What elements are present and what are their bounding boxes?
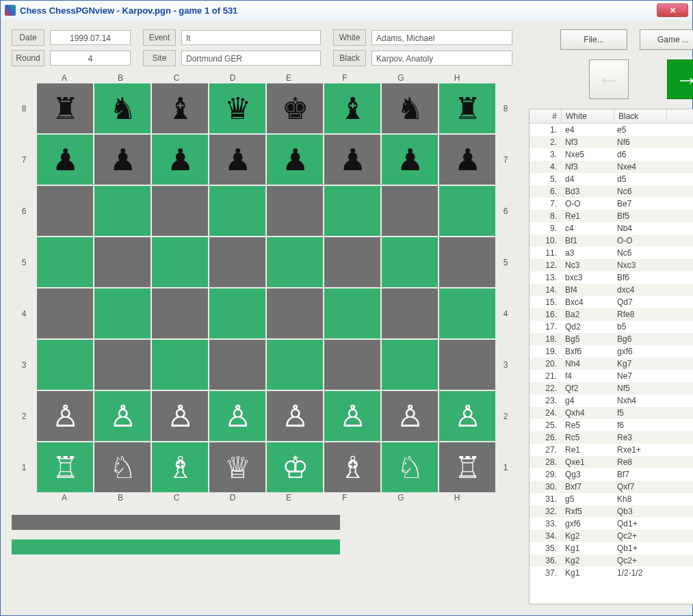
square[interactable] bbox=[37, 186, 93, 236]
white-move[interactable]: Re5 bbox=[561, 419, 613, 431]
white-move[interactable]: bxc3 bbox=[561, 271, 613, 284]
move-row[interactable]: 15.Bxc4Qd7 bbox=[529, 296, 693, 308]
black-move[interactable]: Bf7 bbox=[613, 468, 665, 481]
square[interactable] bbox=[324, 186, 380, 236]
move-row[interactable]: 4.Nf3Nxe4 bbox=[529, 161, 693, 173]
square[interactable]: ♜ bbox=[439, 83, 495, 133]
square[interactable]: ♟ bbox=[382, 135, 438, 185]
move-row[interactable]: 16.Ba2Rfe8 bbox=[529, 308, 693, 321]
white-move[interactable]: gxf6 bbox=[561, 518, 613, 530]
move-row[interactable]: 32.Rxf5Qb3 bbox=[529, 505, 693, 518]
square[interactable] bbox=[94, 289, 151, 338]
white-move[interactable]: e4 bbox=[561, 124, 613, 136]
square[interactable] bbox=[324, 289, 380, 338]
move-row[interactable]: 27.Re1Rxe1+ bbox=[529, 444, 693, 456]
move-row[interactable]: 20.Nh4Kg7 bbox=[529, 358, 693, 370]
black-move[interactable]: d5 bbox=[613, 173, 665, 185]
square[interactable] bbox=[267, 186, 323, 236]
square[interactable] bbox=[439, 289, 495, 338]
move-row[interactable]: 26.Rc5Re3 bbox=[529, 431, 693, 444]
square[interactable] bbox=[267, 340, 323, 390]
white-move[interactable]: Qd2 bbox=[561, 321, 613, 333]
white-move[interactable]: Rc5 bbox=[561, 431, 613, 444]
square[interactable]: ♙ bbox=[152, 391, 208, 441]
file-button[interactable]: File... bbox=[560, 29, 627, 50]
black-move[interactable]: Nf6 bbox=[613, 136, 665, 148]
move-row[interactable]: 9.c4Nb4 bbox=[529, 222, 693, 235]
square[interactable]: ♔ bbox=[267, 442, 323, 492]
square[interactable]: ♟ bbox=[324, 135, 380, 185]
black-move[interactable]: 1/2-1/2 bbox=[613, 567, 665, 579]
move-row[interactable]: 6.Bd3Nc6 bbox=[529, 185, 693, 198]
move-row[interactable]: 19.Bxf6gxf6 bbox=[529, 345, 693, 358]
move-row[interactable]: 34.Kg2Qc2+ bbox=[529, 530, 693, 542]
black-move[interactable]: f6 bbox=[613, 419, 665, 431]
move-row[interactable]: 21.f4Ne7 bbox=[529, 370, 693, 382]
white-move[interactable]: Kg1 bbox=[561, 567, 613, 579]
white-move[interactable]: Bxf7 bbox=[561, 481, 613, 493]
col-black[interactable]: Black bbox=[614, 109, 667, 123]
white-move[interactable]: Bxf6 bbox=[561, 345, 613, 358]
move-row[interactable]: 3.Nxe5d6 bbox=[529, 148, 693, 161]
square[interactable]: ♙ bbox=[439, 391, 495, 441]
square[interactable] bbox=[152, 289, 208, 338]
black-move[interactable]: Nf5 bbox=[613, 382, 665, 394]
black-move[interactable]: Bg6 bbox=[613, 333, 665, 345]
black-move[interactable]: Qd7 bbox=[613, 296, 665, 308]
white-move[interactable]: d4 bbox=[561, 173, 613, 185]
white-move[interactable]: Qg3 bbox=[561, 468, 613, 481]
move-row[interactable]: 7.O-OBe7 bbox=[529, 198, 693, 210]
black-move[interactable]: e5 bbox=[613, 124, 665, 136]
white-move[interactable]: f4 bbox=[561, 370, 613, 382]
white-move[interactable]: g4 bbox=[561, 394, 613, 407]
square[interactable] bbox=[37, 289, 93, 338]
square[interactable] bbox=[37, 340, 93, 390]
black-move[interactable]: d6 bbox=[613, 148, 665, 161]
black-move[interactable]: Kh8 bbox=[613, 493, 665, 505]
square[interactable]: ♙ bbox=[94, 391, 151, 441]
square[interactable] bbox=[152, 186, 208, 236]
black-move[interactable]: Re3 bbox=[613, 431, 665, 444]
square[interactable] bbox=[209, 237, 265, 287]
black-move[interactable]: Bf5 bbox=[613, 210, 665, 222]
move-row[interactable]: 29.Qg3Bf7 bbox=[529, 468, 693, 481]
move-row[interactable]: 36.Kg2Qc2+ bbox=[529, 554, 693, 567]
close-button[interactable]: ✕ bbox=[657, 3, 688, 17]
white-move[interactable]: Kg1 bbox=[561, 542, 613, 554]
white-move[interactable]: Qxe1 bbox=[561, 456, 613, 468]
white-move[interactable]: c4 bbox=[561, 222, 613, 235]
square[interactable] bbox=[324, 237, 380, 287]
black-move[interactable]: Kg7 bbox=[613, 358, 665, 370]
white-move[interactable]: Rxf5 bbox=[561, 505, 613, 518]
move-row[interactable]: 17.Qd2b5 bbox=[529, 321, 693, 333]
black-move[interactable]: O-O bbox=[613, 235, 665, 247]
square[interactable]: ♕ bbox=[209, 442, 265, 492]
square[interactable] bbox=[267, 289, 323, 338]
black-move[interactable]: Nc6 bbox=[613, 185, 665, 198]
square[interactable]: ♝ bbox=[324, 83, 380, 133]
square[interactable] bbox=[209, 186, 265, 236]
moves-list[interactable]: # White Black 1.e4e52.Nf3Nf63.Nxe5d64.Nf… bbox=[529, 109, 693, 604]
next-move-button[interactable]: → bbox=[667, 59, 693, 99]
black-move[interactable]: Rxe1+ bbox=[613, 444, 665, 456]
move-row[interactable]: 12.Nc3Nxc3 bbox=[529, 259, 693, 271]
square[interactable]: ♖ bbox=[37, 442, 93, 492]
move-row[interactable]: 33.gxf6Qd1+ bbox=[529, 518, 693, 530]
move-row[interactable]: 2.Nf3Nf6 bbox=[529, 136, 693, 148]
white-move[interactable]: Nf3 bbox=[561, 161, 613, 173]
white-move[interactable]: Kg2 bbox=[561, 530, 613, 542]
white-move[interactable]: Kg2 bbox=[561, 554, 613, 567]
white-move[interactable]: Bg5 bbox=[561, 333, 613, 345]
black-move[interactable]: Nxc3 bbox=[613, 259, 665, 271]
move-row[interactable]: 11.a3Nc6 bbox=[529, 247, 693, 259]
square[interactable]: ♗ bbox=[152, 442, 208, 492]
square[interactable]: ♙ bbox=[324, 391, 380, 441]
col-white[interactable]: White bbox=[562, 109, 614, 123]
white-move[interactable]: Re1 bbox=[561, 444, 613, 456]
square[interactable] bbox=[439, 237, 495, 287]
square[interactable]: ♙ bbox=[267, 391, 323, 441]
move-row[interactable]: 14.Bf4dxc4 bbox=[529, 284, 693, 296]
black-move[interactable]: Be7 bbox=[613, 198, 665, 210]
black-move[interactable]: Nb4 bbox=[613, 222, 665, 235]
black-move[interactable]: Rfe8 bbox=[613, 308, 665, 321]
